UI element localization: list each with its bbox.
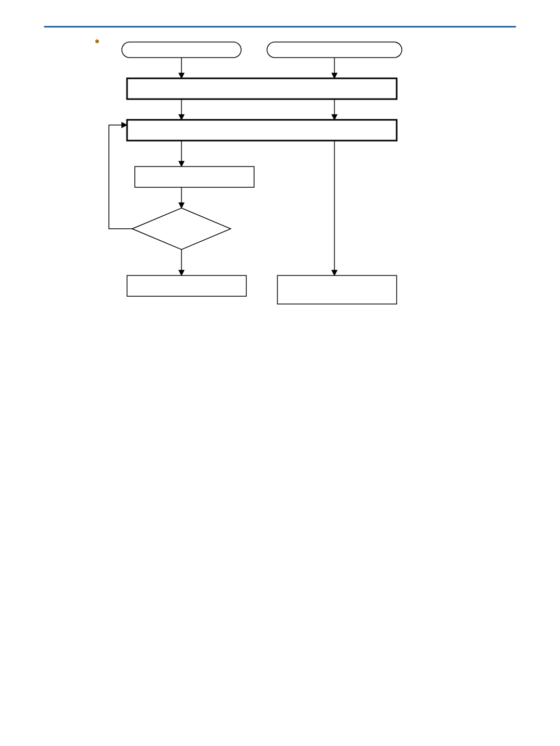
svg-rect-16 bbox=[277, 275, 397, 304]
svg-rect-4 bbox=[127, 78, 397, 99]
svg-rect-1 bbox=[267, 42, 402, 58]
svg-rect-7 bbox=[127, 120, 397, 141]
svg-rect-11 bbox=[135, 167, 254, 187]
workflow-flowchart bbox=[101, 37, 423, 327]
svg-rect-15 bbox=[127, 275, 246, 296]
page-footer bbox=[509, 711, 516, 719]
top-rule bbox=[44, 26, 516, 27]
section-body bbox=[80, 37, 516, 327]
page bbox=[0, 0, 560, 746]
svg-marker-13 bbox=[132, 208, 231, 250]
svg-rect-0 bbox=[122, 42, 241, 58]
